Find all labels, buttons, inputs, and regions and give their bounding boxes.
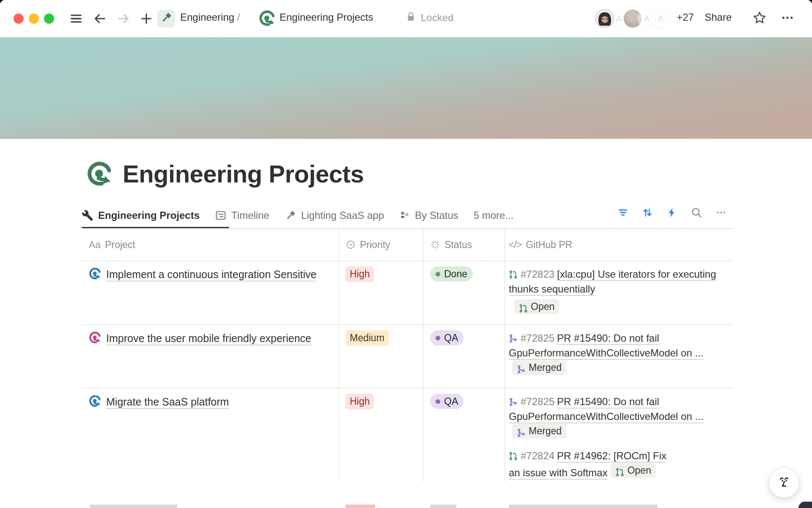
- status-dot-icon: [436, 399, 440, 404]
- tab-by-status[interactable]: By Status: [399, 210, 458, 221]
- column-divider[interactable]: [505, 229, 505, 482]
- status-label: QA: [444, 396, 458, 407]
- notion-ai-button[interactable]: [769, 467, 799, 498]
- ai-face-icon: [776, 473, 793, 492]
- priority-cell[interactable]: High: [346, 394, 374, 409]
- pr-state-badge[interactable]: Merged: [512, 360, 566, 375]
- status-cell[interactable]: QA: [430, 394, 464, 409]
- status-cell[interactable]: Done: [430, 266, 473, 282]
- priority-badge[interactable]: High: [346, 394, 374, 409]
- github-pr-cell[interactable]: #72825PR #15490: Do not fail GpuPerforma…: [509, 331, 727, 384]
- locked-label: Locked: [421, 12, 453, 24]
- column-header-priority[interactable]: Priority: [346, 229, 390, 260]
- status-dot-icon: [436, 336, 440, 340]
- tab-timeline[interactable]: Timeline: [215, 210, 269, 221]
- wrench-icon: [82, 210, 93, 221]
- pr-state-badge[interactable]: Open: [611, 463, 656, 478]
- collaborator-overflow-count[interactable]: +27: [677, 11, 694, 23]
- github-pr-cell[interactable]: #72823[xla:cpu] Use iterators for execut…: [509, 267, 727, 323]
- sort-button[interactable]: [641, 207, 654, 220]
- share-button[interactable]: Share: [705, 11, 732, 23]
- ellipsis-icon: [715, 207, 727, 220]
- pr-entry[interactable]: #72825PR #15490: Do not fail GpuPerforma…: [509, 331, 727, 377]
- breadcrumb-page[interactable]: Engineering Projects: [280, 11, 373, 23]
- status-badge[interactable]: QA: [430, 394, 464, 409]
- git-pull-request-icon: [615, 466, 624, 475]
- priority-cell[interactable]: High: [346, 266, 374, 282]
- new-tab-button[interactable]: [138, 10, 155, 27]
- breadcrumb-teamspace-icon[interactable]: [157, 10, 175, 28]
- status-cell[interactable]: QA: [430, 330, 464, 345]
- minimize-window-button[interactable]: [29, 14, 39, 24]
- pr-entry[interactable]: #72825PR #15490: Do not fail GpuPerforma…: [509, 394, 727, 441]
- pr-number: #72825: [521, 396, 554, 407]
- page-link[interactable]: Implement a continuous integration Sensi…: [106, 268, 317, 280]
- nav-forward-button[interactable]: [115, 10, 132, 27]
- column-header-status[interactable]: Status: [430, 229, 472, 260]
- filter-button[interactable]: [617, 207, 629, 220]
- table-row-title[interactable]: Migrate the SaaS platform: [89, 394, 326, 410]
- text-property-icon: Aa: [89, 239, 101, 251]
- viewport-clip-band: [0, 482, 812, 508]
- search-button[interactable]: [690, 207, 703, 220]
- app-window: Engineering / Engineering Projects Locke…: [0, 0, 812, 508]
- priority-badge[interactable]: High: [346, 266, 374, 282]
- tab-lighting-saas-app[interactable]: Lighting SaaS app: [285, 210, 384, 221]
- status-badge[interactable]: Done: [430, 266, 473, 282]
- avatar[interactable]: [595, 9, 614, 28]
- pr-number: #72825: [521, 332, 554, 344]
- page-link[interactable]: Improve the user mobile friendly experie…: [106, 332, 311, 344]
- column-divider[interactable]: [338, 229, 339, 482]
- project-sync-icon: [89, 395, 102, 408]
- automations-button[interactable]: [666, 207, 678, 220]
- collaborator-avatars[interactable]: A A A: [595, 9, 670, 28]
- table-row-title[interactable]: Improve the user mobile friendly experie…: [89, 331, 326, 346]
- board-icon: [399, 210, 410, 221]
- project-sync-icon: [89, 268, 102, 280]
- breadcrumb-teamspace[interactable]: Engineering /: [180, 11, 240, 23]
- page-more-button[interactable]: [779, 10, 796, 27]
- page-link[interactable]: Migrate the SaaS platform: [106, 396, 229, 408]
- lightning-icon: [667, 207, 678, 220]
- filter-icon: [617, 207, 629, 220]
- select-property-icon: [346, 240, 356, 250]
- priority-cell[interactable]: Medium: [346, 330, 389, 346]
- breadcrumb-page-icon: [259, 10, 276, 27]
- favorite-button[interactable]: [751, 10, 768, 27]
- pr-state-badge[interactable]: Open: [514, 299, 559, 314]
- row-divider: [82, 388, 733, 389]
- column-header-github-pr[interactable]: </> GitHub PR: [509, 229, 572, 260]
- clipped-row: [90, 505, 177, 508]
- more-views-link[interactable]: 5 more...: [474, 210, 514, 221]
- pr-state-label: Open: [531, 299, 554, 314]
- tab-engineering-projects[interactable]: Engineering Projects: [82, 210, 200, 221]
- page-icon[interactable]: [87, 161, 113, 188]
- table-row-title[interactable]: Implement a continuous integration Sensi…: [89, 267, 326, 282]
- page-cover-image: [0, 37, 812, 139]
- priority-label: High: [350, 268, 370, 280]
- close-window-button[interactable]: [14, 14, 24, 24]
- view-options-button[interactable]: [715, 207, 727, 220]
- pr-entry[interactable]: #72824PR #14962: [ROCm] Fix an issue wit…: [509, 448, 677, 480]
- pr-number: #72823: [521, 268, 554, 280]
- status-label: Done: [444, 268, 467, 280]
- github-pr-cell[interactable]: #72825PR #15490: Do not fail GpuPerforma…: [509, 394, 727, 486]
- avatar[interactable]: A: [651, 9, 670, 28]
- priority-label: High: [350, 396, 370, 407]
- column-header-project[interactable]: Aa Project: [89, 229, 135, 260]
- page-title[interactable]: Engineering Projects: [123, 159, 364, 189]
- arrow-left-icon: [93, 11, 107, 26]
- pr-state-badge[interactable]: Merged: [512, 424, 566, 439]
- avatar-letter: A: [644, 14, 649, 24]
- nav-back-button[interactable]: [91, 10, 108, 27]
- clipped-row: [346, 505, 375, 508]
- row-divider: [82, 260, 733, 261]
- locked-toggle[interactable]: Locked: [405, 11, 453, 24]
- sidebar-toggle-button[interactable]: [68, 10, 85, 27]
- pr-entry[interactable]: #72823[xla:cpu] Use iterators for execut…: [509, 267, 727, 316]
- priority-badge[interactable]: Medium: [346, 330, 389, 346]
- tabbar-divider: [82, 228, 733, 229]
- column-divider[interactable]: [423, 229, 424, 482]
- status-badge[interactable]: QA: [430, 330, 464, 345]
- zoom-window-button[interactable]: [44, 14, 54, 24]
